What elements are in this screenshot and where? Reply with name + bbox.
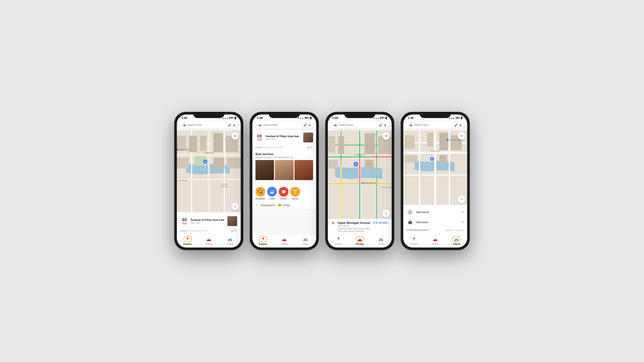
quick-links: 🍴 Restaurants 💳 ATMs bbox=[252, 202, 316, 209]
svg-rect-10 bbox=[189, 136, 197, 152]
driving-icon-2: 🚗 bbox=[280, 236, 288, 242]
notch-1 bbox=[193, 112, 224, 118]
chip-coffee[interactable]: ☕ Coffee bbox=[267, 187, 277, 200]
status-icons-3: ▲▲▲ WiFi ▊ bbox=[373, 117, 387, 119]
search-input-3[interactable] bbox=[338, 123, 377, 127]
driving-icon-1: 🚗 bbox=[205, 236, 213, 242]
location-icon-4: ⊙ bbox=[460, 198, 463, 201]
lunch-image-1 bbox=[256, 160, 274, 180]
search-bar-4[interactable]: ☰ 🎤 ◆ bbox=[406, 121, 464, 129]
lunch-location-1: MAGNIFICENT MILE bbox=[189, 230, 208, 232]
route-info: Apple Michigan Avenue Via I-90 W Fastest… bbox=[338, 221, 371, 232]
signal-icon-4: ▲▲▲ bbox=[448, 117, 455, 119]
search-bar-1[interactable]: ☰ 🎤 ◆ bbox=[180, 121, 238, 129]
quick-link-restaurants[interactable]: 🍴 Restaurants bbox=[256, 204, 275, 207]
svg-text:Riverwalk: Riverwalk bbox=[221, 185, 228, 187]
nav-transit-1[interactable]: 🚌 Transit bbox=[226, 236, 234, 245]
nav-driving-4[interactable]: 🚗 Driving bbox=[431, 236, 439, 245]
driving-panel-3: 📍 Apple Michigan Avenue Via I-90 W Faste… bbox=[328, 219, 392, 235]
search-input-1[interactable] bbox=[188, 123, 226, 127]
layers-button-1[interactable]: ⊞ bbox=[231, 132, 239, 140]
explore-label-2: Explore bbox=[259, 243, 267, 245]
event-thumb-img-1 bbox=[227, 216, 237, 226]
nav-driving-1[interactable]: 🚗 Driving bbox=[205, 236, 213, 245]
transit-label-3: Transit bbox=[378, 243, 384, 245]
status-icons-1: ▲▲▲ WiFi ▊ bbox=[222, 117, 236, 119]
svg-rect-11 bbox=[200, 136, 207, 151]
battery-icon-4: ▊ bbox=[461, 117, 463, 119]
event-thumb-img-2 bbox=[303, 133, 313, 142]
svg-rect-24 bbox=[177, 149, 178, 150]
driving-label-4: Driving bbox=[432, 243, 438, 245]
nav-transit-4[interactable]: 🚌 Transit bbox=[452, 236, 460, 245]
saved-place-work[interactable]: 💼 Add work + bbox=[406, 217, 464, 227]
location-button-4[interactable]: ⊙ bbox=[458, 196, 465, 203]
signal-icon-1: ▲▲▲ bbox=[222, 117, 228, 119]
best-lunches-card[interactable]: Best lunches Howells & Hood, Yolk Street… bbox=[252, 150, 316, 182]
signal-icon-3: ▲▲▲ bbox=[373, 117, 379, 119]
nav-transit-2[interactable]: 🚌 Transit bbox=[302, 236, 310, 245]
driving-label-3: Driving bbox=[356, 243, 364, 245]
nav-transit-3[interactable]: 🚌 Transit bbox=[377, 236, 385, 245]
location-button-1[interactable]: ⊙ bbox=[231, 203, 239, 210]
svg-rect-67 bbox=[440, 155, 447, 162]
battery-icon-3: ▊ bbox=[386, 117, 387, 119]
quick-link-atms[interactable]: 💳 ATMs bbox=[278, 204, 290, 207]
nav-icon-3[interactable]: ◆ bbox=[384, 123, 386, 127]
route-description: Fastest route, the usual traffic bbox=[338, 227, 371, 230]
notification-dot-2 bbox=[260, 124, 261, 126]
route-time-value: 2 hr 10 min bbox=[373, 221, 387, 224]
event-card-2: 03 FEB Festival of Films from Iran Sat—T… bbox=[252, 130, 316, 145]
notch-4 bbox=[420, 112, 451, 118]
chip-drinks[interactable]: 🍸 Drinks bbox=[290, 187, 300, 200]
add-home-icon[interactable]: + bbox=[462, 210, 464, 215]
transit-panel-4: 🏠 Add home + 💼 Add work + STATIONS NEARB… bbox=[403, 205, 467, 235]
bottom-panel-1: 03 FEB Festival of Films from Iran Sat—T… bbox=[177, 212, 241, 235]
phone-1: 1:29 ▲▲▲ WiFi ▊ ☰ 🎤 ◆ bbox=[174, 112, 244, 250]
event-month-1: FEB bbox=[180, 222, 188, 225]
stations-label: STATIONS NEARBY bbox=[406, 229, 429, 231]
nav-driving-2[interactable]: 🚗 Driving bbox=[280, 236, 288, 245]
mic-icon-3[interactable]: 🎤 bbox=[379, 123, 382, 127]
home-label: Add home bbox=[416, 210, 459, 214]
mic-icon-1[interactable]: 🎤 bbox=[228, 123, 231, 127]
nav-icon-4[interactable]: ◆ bbox=[460, 123, 462, 127]
layers-button-4[interactable]: ⊞ bbox=[458, 132, 465, 140]
nav-icon-1[interactable]: ◆ bbox=[233, 123, 235, 127]
nav-explore-3[interactable]: 📍 Explore bbox=[334, 236, 342, 245]
nav-explore-1[interactable]: 📍 Explore bbox=[184, 236, 192, 245]
lunch-images bbox=[256, 160, 313, 180]
search-input-4[interactable] bbox=[414, 123, 452, 127]
event-title-1: Festival of Films from Iran bbox=[191, 219, 225, 222]
map-area-4: E Illinois St Divvy Station: Cityfront @… bbox=[403, 130, 467, 205]
atms-label: ATMs bbox=[283, 204, 290, 207]
saved-place-home[interactable]: 🏠 Add home + bbox=[406, 207, 464, 217]
svg-rect-69 bbox=[447, 139, 448, 141]
chip-dinner[interactable]: 🍽️ Dinner bbox=[279, 187, 288, 200]
battery-icon-1: ▊ bbox=[235, 117, 236, 119]
nav-icon-2[interactable]: ◆ bbox=[308, 123, 311, 127]
layers-button-3[interactable]: ⊞ bbox=[382, 132, 390, 140]
event-info-2: Festival of Films from Iran Sat—Thu bbox=[266, 135, 301, 140]
map-area-1: E Illinois St Lower Wacker Dr Chicago Ri… bbox=[177, 130, 241, 212]
mic-icon-2[interactable]: 🎤 bbox=[303, 123, 307, 127]
search-bar-3[interactable]: ☰ 🎤 ◆ bbox=[330, 121, 389, 129]
svg-rect-44 bbox=[338, 136, 344, 154]
svg-text:Chicago: Chicago bbox=[221, 183, 227, 185]
layers-icon-4: ⊞ bbox=[460, 134, 463, 137]
mic-icon-4[interactable]: 🎤 bbox=[454, 123, 458, 127]
best-lunches-sub: Howells & Hood, Yolk Streeterville, Gy..… bbox=[256, 156, 313, 159]
location-button-3[interactable]: ⊙ bbox=[382, 210, 390, 217]
nav-explore-4[interactable]: 📍 Explore bbox=[410, 236, 418, 245]
nav-driving-3[interactable]: 🚗 Driving bbox=[356, 236, 364, 245]
search-input-2[interactable] bbox=[263, 123, 302, 127]
chip-breakfast[interactable]: 🍳 Breakfast bbox=[256, 187, 265, 200]
dinner-icon: 🍽️ bbox=[279, 187, 288, 197]
add-work-icon[interactable]: + bbox=[462, 220, 464, 225]
search-bar-2[interactable]: ☰ 🎤 ◆ bbox=[255, 121, 314, 129]
battery-icon-2: ▊ bbox=[310, 117, 312, 119]
event-date-1: 03 FEB bbox=[180, 218, 188, 225]
nav-explore-2[interactable]: 📍 Explore bbox=[259, 236, 267, 245]
lunch-label-1: LUNCH bbox=[180, 230, 188, 232]
restaurants-icon: 🍴 bbox=[256, 204, 259, 207]
